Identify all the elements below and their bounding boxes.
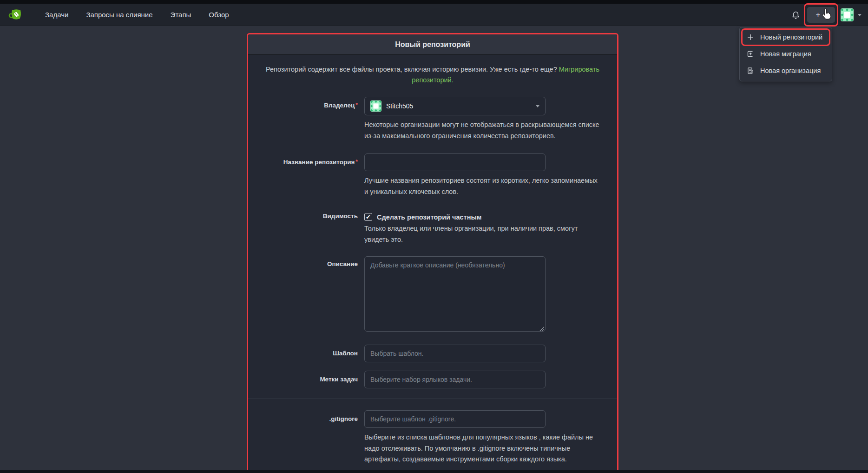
template-label: Шаблон [257,345,364,362]
form-intro: Репозиторий содержит все файлы проекта, … [260,64,605,86]
nav-item-issues[interactable]: Задачи [36,4,77,26]
gitea-logo-icon[interactable] [8,7,23,22]
menu-item-new-organization[interactable]: Новая организация [740,62,832,79]
window-bottom-edge [0,470,868,473]
owner-row: Владелец* [257,97,608,141]
owner-avatar [370,100,381,112]
issue-labels-label: Метки задач [257,371,364,388]
gitignore-row: .gitignore Выберите из списка шаблонов д… [257,410,608,465]
visibility-row: Видимость Сделать репозиторий частным То… [257,209,608,245]
new-repository-form: Новый репозиторий Репозиторий содержит в… [247,33,618,473]
navbar-right: + [789,4,861,26]
form-header: Новый репозиторий [248,34,617,55]
owner-label: Владелец* [257,97,364,141]
private-checkbox[interactable] [364,213,372,221]
notifications-bell-icon[interactable] [789,8,802,22]
repo-name-row: Название репозитория* Лучшие названия ре… [257,153,608,197]
user-menu-chevron-down-icon[interactable] [858,14,861,16]
template-input[interactable] [364,345,546,362]
required-asterisk: * [355,159,358,165]
create-new-wrap: + [807,7,835,23]
menu-item-label: Новая миграция [760,50,811,58]
menu-item-new-repository[interactable]: Новый репозиторий [740,29,832,46]
gitignore-label: .gitignore [257,410,364,465]
page-title: Новый репозиторий [395,40,470,49]
repo-name-help-text: Лучшие названия репозиториев состоят из … [364,175,600,197]
nav-item-pull-requests[interactable]: Запросы на слияние [77,4,161,26]
repo-name-input[interactable] [364,153,546,171]
mouse-cursor-hand [820,8,832,22]
create-dropdown-menu: Новый репозиторий Новая миграция Новая о… [739,27,832,81]
migration-icon [746,50,754,58]
intro-text: Репозиторий содержит все файлы проекта, … [266,66,557,73]
description-label: Описание [257,256,364,333]
form-body: Репозиторий содержит все файлы проекта, … [248,55,617,473]
menu-item-new-migration[interactable]: Новая миграция [740,46,832,62]
menu-item-label: Новая организация [760,67,821,74]
visibility-help-text: Только владелец или члены организации, п… [364,223,600,245]
visibility-label: Видимость [257,209,364,245]
chevron-down-icon [536,105,539,107]
description-textarea[interactable] [364,256,546,332]
nav-item-explore[interactable]: Обзор [200,4,237,26]
nav-links: Задачи Запросы на слияние Этапы Обзор [36,4,238,26]
nav-item-milestones[interactable]: Этапы [162,4,200,26]
template-row: Шаблон [257,345,608,362]
repo-name-label: Название репозитория* [257,153,364,197]
navbar: Задачи Запросы на слияние Этапы Обзор + [0,4,868,26]
plus-icon [746,33,754,41]
owner-select[interactable]: Stitch505 [364,97,546,115]
owner-help-text: Некоторые организации могут не отображат… [364,120,600,141]
issue-labels-row: Метки задач [257,371,608,388]
menu-item-label: Новый репозиторий [760,33,822,41]
private-checkbox-label[interactable]: Сделать репозиторий частным [377,213,482,221]
gitignore-input[interactable] [364,410,546,428]
gitignore-help-text: Выберите из списка шаблонов для популярн… [364,432,600,465]
description-row: Описание [257,256,608,333]
required-asterisk: * [355,102,358,108]
issue-labels-input[interactable] [364,371,546,388]
resize-grip-icon[interactable] [539,326,544,331]
user-avatar[interactable] [841,8,854,21]
organization-icon [746,67,754,75]
owner-selected-value: Stitch505 [386,102,531,110]
section-divider [248,399,617,399]
